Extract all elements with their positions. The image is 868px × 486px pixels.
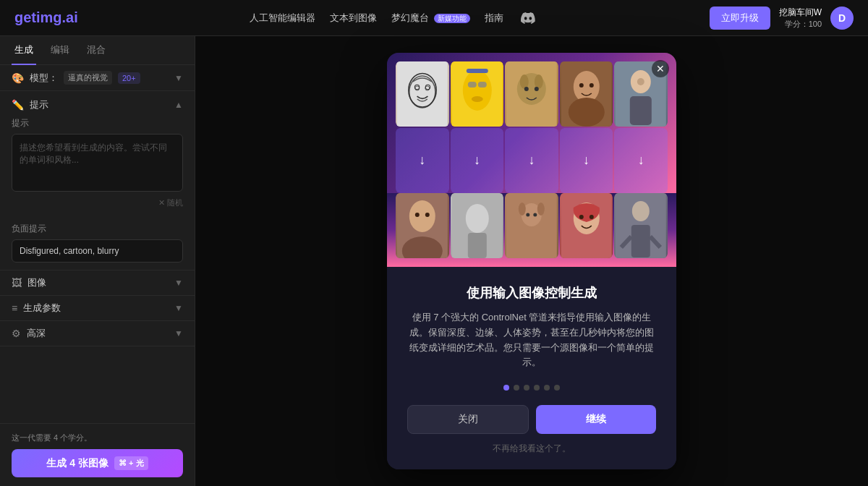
discord-icon[interactable] xyxy=(518,8,538,28)
score-text: 这一代需要 4 个学分。 xyxy=(12,432,183,443)
params-section[interactable]: ≡ 生成参数 ▼ xyxy=(0,296,195,321)
modal-dot-4 xyxy=(534,385,540,391)
modal-img-1-arrow: ↓ xyxy=(396,128,449,193)
modal-img-4-arrow: ↓ xyxy=(560,128,613,193)
svg-rect-45 xyxy=(631,225,650,257)
svg-point-1 xyxy=(409,76,435,108)
logo: getimg.ai xyxy=(14,9,78,26)
image-section[interactable]: 🖼 图像 ▼ xyxy=(0,270,195,296)
generate-button[interactable]: 生成 4 张图像 ⌘ + 光 xyxy=(12,449,183,477)
svg-point-15 xyxy=(535,87,539,91)
modal-description: 使用 7 个强大的 ControlNet 管道来指导使用输入图像的生成。保留深度… xyxy=(407,310,656,370)
svg-rect-9 xyxy=(466,69,488,73)
modal-img-6 xyxy=(396,193,449,258)
modal-img-3-arrow: ↓ xyxy=(505,128,558,193)
modal-img-8 xyxy=(505,193,558,258)
modal-img-7 xyxy=(451,193,504,258)
svg-point-5 xyxy=(462,70,491,111)
modal-img-3 xyxy=(505,61,558,127)
tab-generate[interactable]: 生成 xyxy=(12,36,36,65)
nav-dream-booth[interactable]: 梦幻魔台 新媒功能 xyxy=(391,12,470,25)
svg-point-35 xyxy=(519,202,526,216)
modal-img-5-arrow: ↓ xyxy=(614,128,668,193)
svg-rect-0 xyxy=(397,61,448,127)
prompt-tools: ✕ 随机 xyxy=(12,197,183,208)
modal-overlay: ✕ xyxy=(195,36,868,486)
modal-close-button[interactable]: 关闭 xyxy=(407,405,529,434)
generate-shortcut: ⌘ + 光 xyxy=(114,456,148,470)
svg-point-3 xyxy=(425,86,430,90)
upgrade-button[interactable]: 立即升级 xyxy=(710,7,770,30)
negative-input[interactable] xyxy=(12,239,183,263)
prompt-input[interactable] xyxy=(12,134,183,192)
svg-point-29 xyxy=(425,213,430,217)
svg-point-18 xyxy=(569,98,605,127)
svg-point-14 xyxy=(524,87,529,91)
tab-edit[interactable]: 编辑 xyxy=(48,36,72,65)
avatar[interactable]: D xyxy=(830,7,854,30)
svg-rect-7 xyxy=(477,82,486,88)
modal-dot-2 xyxy=(514,385,519,391)
params-label: 生成参数 xyxy=(23,302,61,315)
sidebar-footer: 这一代需要 4 个学分。 生成 4 张图像 ⌘ + 光 xyxy=(0,423,195,486)
svg-point-8 xyxy=(471,96,482,102)
model-chevron: ▼ xyxy=(174,73,183,83)
user-name: 挖脑车间W xyxy=(779,7,822,19)
prompt-label-header: 提示 xyxy=(30,98,48,111)
advanced-label: 高深 xyxy=(27,327,46,340)
nav-ai-editor[interactable]: 人工智能编辑器 xyxy=(250,12,315,25)
svg-point-37 xyxy=(526,213,529,216)
modal-dot-6 xyxy=(554,385,560,391)
modal-dot-5 xyxy=(544,385,550,391)
modal-title: 使用输入图像控制生成 xyxy=(407,284,656,302)
sidebar-tabs: 生成 编辑 混合 xyxy=(0,36,195,65)
sidebar: 生成 编辑 混合 🎨 模型： 逼真的视觉 20+ ▼ ✏️ 提示 ▲ 提示 xyxy=(0,36,195,486)
modal-dot-1 xyxy=(503,385,509,391)
image-icon: 🖼 xyxy=(12,277,22,289)
modal-img-10 xyxy=(614,193,668,258)
modal-continue-button[interactable]: 继续 xyxy=(536,405,656,434)
advanced-chevron: ▼ xyxy=(174,328,183,338)
header: getimg.ai 人工智能编辑器 文本到图像 梦幻魔台 新媒功能 指南 立即升… xyxy=(0,0,868,36)
modal-img-2-arrow: ↓ xyxy=(451,128,504,193)
prompt-header: ✏️ 提示 ▲ xyxy=(12,98,183,111)
modal-dots xyxy=(407,385,656,391)
advanced-section[interactable]: ⚙ 高深 ▼ xyxy=(0,321,195,346)
prompt-label: 提示 xyxy=(12,117,183,129)
modal-img-2 xyxy=(451,61,504,127)
logo-text: getimg.ai xyxy=(14,9,78,25)
modal-no-show[interactable]: 不再给我看这个了。 xyxy=(407,443,656,455)
svg-point-42 xyxy=(590,215,594,219)
modal: ✕ xyxy=(387,53,676,469)
svg-point-12 xyxy=(520,74,529,89)
nav-guide[interactable]: 指南 xyxy=(485,12,503,25)
modal-buttons: 关闭 继续 xyxy=(407,405,656,434)
model-label: 模型： xyxy=(30,72,58,85)
svg-point-13 xyxy=(535,74,543,89)
user-info: 挖脑车间W 学分：100 xyxy=(779,7,822,30)
modal-close-x-button[interactable]: ✕ xyxy=(652,60,669,77)
advanced-icon: ⚙ xyxy=(12,328,21,339)
image-chevron: ▼ xyxy=(174,278,183,288)
negative-section: 负面提示 xyxy=(0,216,195,270)
negative-label: 负面提示 xyxy=(12,223,183,235)
modal-img-4 xyxy=(560,61,613,127)
model-name: 逼真的视觉 xyxy=(64,71,112,85)
svg-point-44 xyxy=(632,201,650,221)
content-area: ✕ xyxy=(195,36,868,486)
tab-blend[interactable]: 混合 xyxy=(84,36,109,65)
shuffle-tool[interactable]: ✕ 随机 xyxy=(158,197,183,208)
modal-image-grid: ↓ ↓ ↓ ↓ ↓ xyxy=(387,53,676,193)
prompt-icon: ✏️ xyxy=(12,99,24,111)
svg-point-36 xyxy=(537,202,545,216)
svg-point-19 xyxy=(579,83,584,88)
svg-rect-6 xyxy=(467,82,476,88)
nav-text-to-image[interactable]: 文本到图像 xyxy=(330,12,377,25)
modal-img-9 xyxy=(560,193,613,258)
svg-point-20 xyxy=(590,83,594,88)
svg-point-2 xyxy=(415,86,420,90)
new-badge: 新媒功能 xyxy=(434,14,470,23)
model-section[interactable]: 🎨 模型： 逼真的视觉 20+ ▼ xyxy=(0,65,195,91)
prompt-section: ✏️ 提示 ▲ 提示 ✕ 随机 xyxy=(0,91,195,216)
modal-img-1 xyxy=(396,61,449,127)
